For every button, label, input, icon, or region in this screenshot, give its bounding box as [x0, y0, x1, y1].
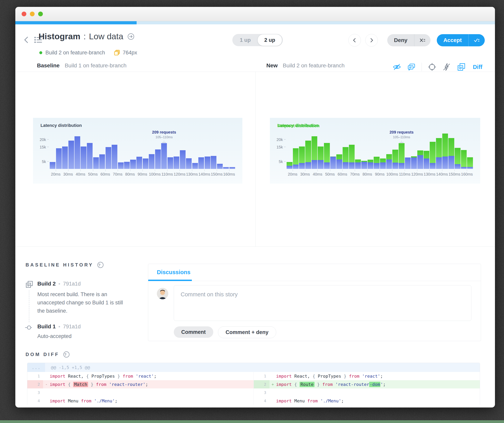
accept-button[interactable]: Accept [437, 34, 485, 46]
history-entry-build1[interactable]: Build 1 • 791a1d [37, 323, 81, 330]
toolbar-divider [422, 63, 422, 71]
diff-col-right: 1import React, { PropTypes } from 'react… [254, 372, 480, 405]
baseline-requests-bar [62, 147, 68, 169]
new-requests-bar [293, 164, 299, 169]
baseline-requests-bar [93, 157, 99, 169]
baseline-requests-bar [99, 154, 105, 169]
progress-fill [15, 21, 137, 24]
close-window-button[interactable] [22, 12, 26, 16]
new-header: New Build 2 on feature-branch [266, 62, 345, 69]
help-icon[interactable]: ? [97, 261, 104, 268]
toggle-2up[interactable]: 2 up [258, 34, 282, 46]
diff-toggle-label[interactable]: Diff [473, 64, 482, 70]
svg-text:?: ? [64, 353, 69, 357]
diff-highlight-bar [461, 150, 467, 169]
new-requests-bar [461, 167, 467, 169]
diff-overlay-icon[interactable] [457, 62, 466, 71]
new-snapshot[interactable]: Latency distribution Request distributio… [270, 118, 480, 184]
build-label: Build 2 on feature-branch [45, 50, 105, 56]
baseline-requests-bar [130, 160, 136, 169]
new-requests-bar [417, 155, 423, 169]
baseline-requests-bar [180, 150, 186, 169]
diff-line: 4import Menu from './Menu'; [27, 397, 254, 405]
prev-change-button[interactable] [348, 34, 361, 47]
diff-hunk-header: ... @@ -1,5 +1,5 @@ [27, 363, 480, 372]
baseline-requests-bar [223, 167, 229, 169]
help-icon[interactable]: ? [63, 351, 70, 358]
baseline-requests-bar [149, 154, 155, 169]
chart-annotation: 209 requests105–110ms [390, 130, 414, 143]
comment-input-wrap [174, 285, 471, 321]
new-requests-bar [336, 159, 342, 169]
history-connector [29, 290, 29, 322]
compare-divider [15, 72, 495, 72]
go-to-story-icon[interactable] [127, 33, 135, 40]
comment-button[interactable]: Comment [174, 326, 213, 338]
new-requests-bar [424, 159, 430, 169]
batch-accept-icon[interactable] [469, 37, 485, 44]
new-requests-bar [330, 157, 336, 169]
component-name: Histogram [39, 32, 80, 41]
new-requests-bar [374, 163, 380, 169]
interactions-off-bolt-slash-icon[interactable] [442, 63, 451, 71]
new-requests-bar [442, 157, 448, 169]
baseline-snapshot[interactable]: Latency distribution 5k15k20k20ms30ms40m… [33, 118, 242, 184]
bottom-noise-strip [0, 420, 504, 423]
diff-line: 3 [27, 388, 254, 397]
chart-annotation: 209 requests105–110ms [152, 130, 176, 143]
baseline-requests-bar [143, 159, 148, 169]
commit-node-icon [25, 323, 34, 332]
app-window: Histogram : Low data Build 2 on feature-… [15, 7, 495, 407]
tab-discussions[interactable]: Discussions [157, 269, 191, 276]
baseline-requests-bar [192, 163, 198, 169]
history-entry-build2-description: Most recent build. There is an unaccepte… [37, 290, 132, 315]
comment-input[interactable] [174, 285, 471, 321]
story-name: Low data [89, 32, 123, 41]
new-requests-bar [430, 163, 436, 169]
new-requests-bar [411, 158, 417, 169]
baseline-requests-bar [205, 157, 210, 169]
dom-diff-panel: ... @@ -1,5 +1,5 @@ 1import React, { Pro… [27, 363, 480, 405]
minimize-window-button[interactable] [30, 12, 35, 16]
baseline-requests-bar [74, 136, 80, 169]
deny-button[interactable]: Deny [387, 34, 430, 46]
baseline-requests-bar [155, 149, 161, 169]
new-requests-bar [448, 156, 454, 169]
baseline-history-heading: BASELINE HISTORY ? [25, 261, 104, 268]
new-requests-bar [343, 162, 348, 169]
build-info: Build 2 on feature-branch 764px [39, 49, 137, 56]
focus-target-icon[interactable] [428, 63, 436, 71]
new-plot-area: 5k15k20k20ms30ms40ms50ms60ms70ms80ms90ms… [286, 133, 473, 169]
baseline-requests-bar [217, 164, 223, 169]
baseline-requests-bar [118, 162, 124, 169]
baseline-requests-bar [186, 158, 192, 169]
hunk-range: @@ -1,5 +1,5 @@ [45, 365, 90, 370]
commit-hash: 791a1d [63, 281, 81, 287]
new-requests-bar [318, 160, 324, 169]
comment-deny-button[interactable]: Comment + deny [218, 326, 276, 338]
diff-line: 4import Menu from './Menu'; [254, 397, 480, 405]
new-requests-bar [361, 162, 367, 169]
page-title: Histogram : Low data [39, 32, 135, 41]
hide-diff-eye-off-icon[interactable] [393, 63, 401, 71]
new-requests-bar [380, 162, 386, 169]
new-requests-bar [324, 162, 330, 169]
next-change-button[interactable] [365, 34, 378, 47]
viewport-chip[interactable]: 764px [114, 49, 137, 56]
new-requests-bar [455, 164, 461, 169]
toggle-1up[interactable]: 1 up [233, 34, 258, 46]
history-entry-build2[interactable]: Build 2 • 791a1d [37, 281, 81, 287]
new-requests-bar [392, 163, 398, 169]
back-chevron-icon[interactable] [23, 36, 29, 44]
maximize-window-button[interactable] [38, 12, 43, 16]
new-requests-bar [386, 159, 392, 169]
tab-active-underline [148, 280, 192, 281]
diff-line: 1import React, { PropTypes } from 'react… [254, 372, 480, 380]
history-entry-build1-description: Auto-accepted [37, 332, 132, 340]
comments-icon[interactable] [407, 63, 416, 71]
discussions-panel: Discussions Comment Comment + deny [148, 264, 481, 341]
baseline-requests-bar [211, 156, 216, 169]
new-requests-bar [349, 162, 355, 169]
panels-bottom-divider [15, 247, 495, 247]
batch-deny-icon[interactable] [414, 37, 431, 44]
